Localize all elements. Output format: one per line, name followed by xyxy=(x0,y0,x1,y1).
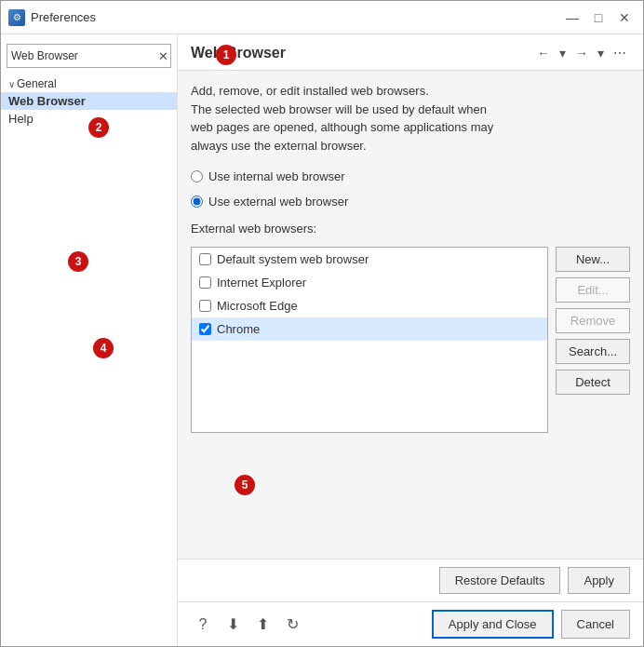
radio-internal[interactable]: Use internal web browser xyxy=(191,169,630,183)
help-icon[interactable]: ? xyxy=(191,613,215,637)
browser-checkbox-chrome[interactable] xyxy=(199,323,211,335)
apply-button[interactable]: Apply xyxy=(568,567,630,594)
cancel-button[interactable]: Cancel xyxy=(561,610,630,639)
panel-title: Web Browser xyxy=(191,45,286,61)
forward-button[interactable]: → xyxy=(571,44,592,62)
browser-item-default[interactable]: Default system web browser xyxy=(192,248,547,271)
description-text: Add, remove, or edit installed web brows… xyxy=(191,82,630,155)
radio-external[interactable]: Use external web browser xyxy=(191,195,630,209)
preferences-window: ⚙ Preferences — □ ✕ ✕ ∨ General xyxy=(0,0,644,647)
radio-internal-input[interactable] xyxy=(191,170,203,182)
minimize-button[interactable]: — xyxy=(561,7,584,28)
sidebar-item-label: Help xyxy=(8,112,34,126)
more-button[interactable]: ⋯ xyxy=(610,44,630,62)
restore-defaults-button[interactable]: Restore Defaults xyxy=(439,567,561,594)
title-bar-left: ⚙ Preferences xyxy=(8,9,96,26)
remove-button[interactable]: Remove xyxy=(556,308,630,333)
sidebar: ✕ ∨ General Web Browser Help xyxy=(1,34,178,646)
bottom-icons: ? ⬇ ⬆ ↻ xyxy=(191,613,304,637)
back-dropdown-button[interactable]: ▾ xyxy=(556,44,570,62)
detect-button[interactable]: Detect xyxy=(556,370,630,395)
main-panel: Web Browser ← ▾ → ▾ ⋯ Add, remove, or ed… xyxy=(178,34,643,646)
browser-checkbox-default[interactable] xyxy=(199,253,211,265)
close-button[interactable]: ✕ xyxy=(613,7,636,28)
browser-checkbox-edge[interactable] xyxy=(199,300,211,312)
bottom-btn-row: ? ⬇ ⬆ ↻ Apply and Close Cancel xyxy=(178,602,643,646)
radio-external-label: Use external web browser xyxy=(208,195,348,209)
restore-apply-row: Restore Defaults Apply xyxy=(178,559,643,602)
new-button[interactable]: New... xyxy=(556,247,630,272)
import-icon[interactable]: ⬇ xyxy=(221,613,245,637)
browser-label-edge: Microsoft Edge xyxy=(217,299,298,313)
browser-label-ie: Internet Explorer xyxy=(217,276,306,290)
group-label: General xyxy=(17,77,57,90)
browser-item-edge[interactable]: Microsoft Edge xyxy=(192,294,547,317)
search-button[interactable]: Search... xyxy=(556,339,630,364)
tree-group-general: ∨ General xyxy=(1,75,177,92)
panel-body: Add, remove, or edit installed web brows… xyxy=(178,71,643,559)
apply-close-cancel-group: Apply and Close Cancel xyxy=(432,610,630,639)
bottom-panel: Restore Defaults Apply ? ⬇ ⬆ ↻ Apply and… xyxy=(178,559,643,646)
apply-and-close-button[interactable]: Apply and Close xyxy=(432,610,554,639)
title-bar: ⚙ Preferences — □ ✕ xyxy=(1,1,643,34)
browser-label-default: Default system web browser xyxy=(217,252,369,266)
forward-dropdown-button[interactable]: ▾ xyxy=(594,44,608,62)
search-box: ✕ xyxy=(7,44,171,68)
browser-item-chrome[interactable]: Chrome xyxy=(192,317,547,341)
nav-buttons: ← ▾ → ▾ ⋯ xyxy=(533,44,630,62)
sidebar-item-label: Web Browser xyxy=(8,94,86,108)
browsers-list: Default system web browser Internet Expl… xyxy=(191,247,548,433)
export-icon[interactable]: ⬆ xyxy=(250,613,275,637)
browser-label-chrome: Chrome xyxy=(217,322,260,336)
browsers-area: Default system web browser Internet Expl… xyxy=(191,247,630,433)
search-clear-button[interactable]: ✕ xyxy=(154,50,172,62)
browsers-buttons: New... Edit... Remove Search... Detect xyxy=(556,247,630,395)
maximize-button[interactable]: □ xyxy=(587,7,610,28)
radio-external-input[interactable] xyxy=(191,195,203,208)
refresh-icon[interactable]: ↻ xyxy=(280,613,304,637)
window-controls: — □ ✕ xyxy=(561,7,636,28)
app-icon: ⚙ xyxy=(8,9,25,26)
back-button[interactable]: ← xyxy=(533,44,554,62)
sidebar-item-web-browser[interactable]: Web Browser xyxy=(1,92,177,110)
edit-button[interactable]: Edit... xyxy=(556,277,630,303)
chevron-icon: ∨ xyxy=(8,79,15,89)
window-title: Preferences xyxy=(31,10,96,24)
browser-checkbox-ie[interactable] xyxy=(199,276,211,289)
panel-header: Web Browser ← ▾ → ▾ ⋯ xyxy=(178,34,643,71)
radio-internal-label: Use internal web browser xyxy=(208,169,345,183)
search-input[interactable] xyxy=(7,47,154,64)
content-area: ✕ ∨ General Web Browser Help Web Browser xyxy=(1,34,643,646)
sidebar-item-help[interactable]: Help xyxy=(1,110,177,128)
browser-item-ie[interactable]: Internet Explorer xyxy=(192,271,547,294)
browsers-section-label: External web browsers: xyxy=(191,222,630,236)
